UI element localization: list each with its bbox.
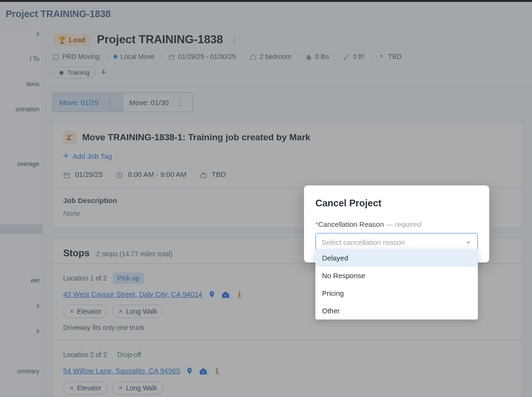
dropdown-option-no-response[interactable]: No Response xyxy=(315,267,478,284)
field-label-text: Cancellation Reason xyxy=(318,220,384,228)
dropdown-option-pricing[interactable]: Pricing xyxy=(315,284,478,302)
dropdown-option-delayed[interactable]: Delayed xyxy=(315,249,478,267)
required-hint: — required xyxy=(384,220,421,228)
cancellation-reason-select[interactable]: Select cancellation reason xyxy=(315,233,478,251)
field-label: *Cancellation Reason — required xyxy=(315,220,478,228)
dropdown-option-other[interactable]: Other xyxy=(315,302,478,320)
cancellation-reason-dropdown: Delayed No Response Pricing Other xyxy=(315,249,478,320)
chevron-down-icon xyxy=(465,238,472,246)
select-placeholder: Select cancellation reason xyxy=(322,238,405,246)
modal-title: Cancel Project xyxy=(315,198,478,209)
